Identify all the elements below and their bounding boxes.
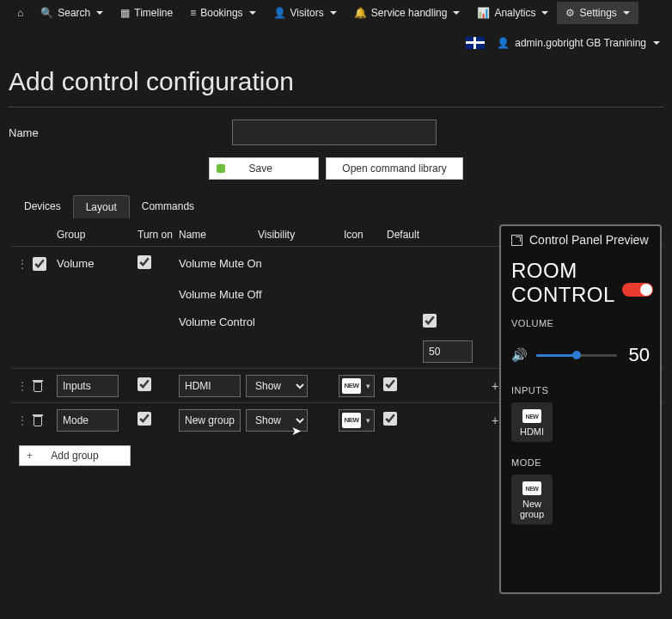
- name-row: Name: [0, 116, 672, 149]
- nav-timeline-label: Timeline: [134, 7, 173, 19]
- add-group-button[interactable]: Add group: [19, 445, 131, 466]
- name-label: Name: [9, 126, 232, 139]
- control-panel-preview: Control Panel Preview ROOM CONTROL VOLUM…: [499, 224, 662, 594]
- drag-handle[interactable]: ⋮: [12, 257, 57, 271]
- tab-commands[interactable]: Commands: [130, 195, 206, 218]
- group-name-input[interactable]: [57, 375, 119, 397]
- bell-icon: 🔔: [354, 7, 367, 19]
- flag-uk-icon[interactable]: [466, 37, 485, 49]
- item-name: Volume Mute Off: [179, 288, 339, 301]
- nav-visitors[interactable]: 👤Visitors: [265, 2, 345, 24]
- nav-service[interactable]: 🔔Service handling: [345, 2, 469, 24]
- drag-handle[interactable]: ⋮: [12, 414, 57, 426]
- visibility-select[interactable]: Show: [246, 409, 308, 432]
- tab-devices[interactable]: Devices: [12, 195, 73, 218]
- new-icon: NEW: [342, 413, 361, 428]
- volume-row: 🔊 50: [511, 344, 650, 366]
- expand-icon[interactable]: [511, 235, 522, 246]
- chevron-down-icon: [249, 11, 256, 15]
- chevron-down-icon: ▾: [363, 416, 374, 425]
- col-default: Default: [387, 229, 447, 241]
- nav-service-label: Service handling: [371, 7, 448, 19]
- turn-on-checkbox[interactable]: [137, 255, 151, 269]
- chart-icon: 📊: [477, 7, 490, 19]
- item-name: Volume Mute On: [179, 257, 339, 270]
- preview-inputs-label: INPUTS: [511, 385, 650, 395]
- nav-analytics-label: Analytics: [494, 7, 535, 19]
- open-command-library-button[interactable]: Open command library: [326, 157, 462, 180]
- row-checkbox[interactable]: [33, 257, 46, 271]
- new-icon: NEW: [342, 378, 361, 394]
- col-visibility: Visibility: [258, 229, 344, 241]
- volume-value: 50: [626, 344, 650, 366]
- inputs-tile-hdmi[interactable]: NEW HDMI: [511, 402, 553, 442]
- slider-thumb[interactable]: [572, 351, 581, 359]
- trash-icon[interactable]: [33, 414, 43, 426]
- user-name: admin.gobright GB Tranining: [515, 37, 646, 49]
- visibility-select[interactable]: Show: [246, 375, 308, 397]
- icon-picker[interactable]: NEW▾: [339, 375, 375, 397]
- preview-volume-label: VOLUME: [511, 318, 650, 328]
- col-icon: Icon: [344, 229, 387, 241]
- mode-tile-new[interactable]: NEW New group: [511, 475, 553, 524]
- new-icon: NEW: [522, 481, 541, 495]
- gear-icon: ⚙: [565, 7, 575, 19]
- nav-timeline[interactable]: ▦Timeline: [112, 2, 181, 24]
- turn-on-checkbox[interactable]: [137, 412, 151, 426]
- default-checkbox[interactable]: [383, 412, 397, 426]
- item-name-input[interactable]: [179, 375, 241, 397]
- open-library-label: Open command library: [342, 162, 446, 175]
- user-icon: 👤: [497, 37, 510, 49]
- chevron-down-icon: [330, 11, 337, 15]
- divider: [9, 107, 663, 107]
- default-checkbox[interactable]: [383, 377, 397, 391]
- chevron-down-icon: ▾: [363, 382, 374, 390]
- preview-mode-label: MODE: [511, 457, 650, 468]
- nav-home[interactable]: ⌂: [9, 2, 32, 24]
- turn-on-checkbox[interactable]: [137, 377, 151, 391]
- group-name: Volume: [57, 257, 137, 270]
- item-name: Volume Control: [179, 316, 339, 328]
- button-row: Save Open command library: [0, 149, 672, 195]
- speaker-icon[interactable]: 🔊: [511, 347, 528, 363]
- page-title: Add control configuration: [0, 55, 672, 103]
- chevron-down-icon: [453, 11, 460, 15]
- top-nav: ⌂ 🔍Search ▦Timeline ≡Bookings 👤Visitors …: [0, 0, 672, 26]
- nav-analytics[interactable]: 📊Analytics: [468, 2, 557, 24]
- chevron-down-icon: [653, 41, 660, 45]
- nav-visitors-label: Visitors: [290, 7, 324, 19]
- search-icon: 🔍: [40, 7, 53, 19]
- new-icon: NEW: [522, 409, 541, 423]
- name-input[interactable]: [232, 120, 437, 145]
- calendar-icon: ▦: [120, 7, 130, 19]
- person-icon: 👤: [273, 7, 286, 19]
- add-group-label: Add group: [51, 450, 98, 462]
- icon-picker[interactable]: NEW▾: [339, 409, 375, 432]
- default-checkbox[interactable]: [423, 314, 437, 328]
- tile-label: HDMI: [520, 426, 544, 437]
- tab-layout[interactable]: Layout: [73, 195, 130, 218]
- nav-search-label: Search: [58, 7, 90, 19]
- trash-icon[interactable]: [33, 380, 43, 392]
- chevron-down-icon: [96, 11, 103, 15]
- nav-settings[interactable]: ⚙Settings: [557, 2, 638, 24]
- col-group: Group: [57, 229, 137, 241]
- power-toggle[interactable]: [622, 283, 653, 297]
- col-turn-on: Turn on: [137, 229, 179, 241]
- nav-bookings[interactable]: ≡Bookings: [181, 2, 264, 24]
- item-name-input[interactable]: [179, 409, 241, 432]
- nav-search[interactable]: 🔍Search: [32, 2, 112, 24]
- home-icon: ⌂: [17, 7, 23, 19]
- volume-slider[interactable]: [536, 354, 617, 357]
- preview-title: Control Panel Preview: [529, 233, 649, 247]
- chevron-down-icon: [541, 11, 548, 15]
- nav-settings-label: Settings: [579, 7, 616, 19]
- drag-handle[interactable]: ⋮: [12, 380, 57, 392]
- group-name-input[interactable]: [57, 409, 119, 432]
- list-icon: ≡: [190, 7, 196, 19]
- save-button-label: Save: [249, 162, 272, 175]
- save-button[interactable]: Save: [209, 157, 319, 180]
- col-name: Name: [179, 229, 258, 241]
- user-menu[interactable]: 👤 admin.gobright GB Tranining: [497, 37, 660, 49]
- default-value-input[interactable]: [423, 340, 473, 363]
